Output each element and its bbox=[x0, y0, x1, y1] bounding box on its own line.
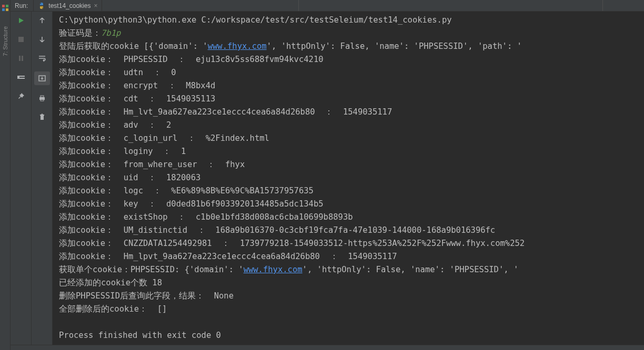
structure-label[interactable]: 7: Structure bbox=[2, 24, 8, 58]
clear-all-button[interactable] bbox=[35, 111, 49, 123]
python-file-icon bbox=[38, 2, 45, 9]
run-tab-test14[interactable]: test14_cookies × bbox=[34, 0, 102, 11]
header-spacer-1 bbox=[102, 0, 299, 11]
svg-rect-14 bbox=[41, 96, 44, 97]
svg-rect-17 bbox=[40, 115, 44, 116]
console-text: C:\python\python3\python.exe C:/workspac… bbox=[59, 14, 644, 342]
svg-rect-6 bbox=[18, 37, 24, 42]
header-spacer-3 bbox=[603, 0, 644, 11]
layout-button[interactable] bbox=[14, 71, 28, 83]
close-icon[interactable]: × bbox=[94, 2, 97, 9]
svg-rect-15 bbox=[41, 99, 44, 101]
svg-rect-11 bbox=[17, 76, 19, 79]
console-toolbar bbox=[32, 12, 53, 345]
svg-point-5 bbox=[42, 7, 43, 8]
svg-rect-2 bbox=[2, 8, 5, 11]
stop-button[interactable] bbox=[14, 34, 28, 45]
svg-rect-8 bbox=[22, 56, 23, 61]
svg-rect-1 bbox=[6, 5, 8, 7]
soft-wrap-button[interactable] bbox=[35, 53, 49, 64]
rerun-button[interactable] bbox=[14, 15, 28, 26]
structure-icon[interactable] bbox=[2, 4, 9, 12]
structure-sidebar: 7: Structure bbox=[0, 0, 11, 350]
run-panel-label: Run: bbox=[11, 0, 34, 11]
header-spacer-2 bbox=[299, 0, 603, 11]
scroll-to-end-button[interactable] bbox=[34, 71, 50, 85]
svg-rect-0 bbox=[2, 5, 5, 7]
run-toolbar-left bbox=[11, 12, 32, 345]
svg-rect-18 bbox=[41, 114, 43, 115]
pin-button[interactable] bbox=[14, 90, 28, 102]
console-output[interactable]: C:\python\python3\python.exe C:/workspac… bbox=[53, 12, 644, 345]
svg-rect-16 bbox=[41, 116, 44, 120]
console-link[interactable]: www.fhyx.com bbox=[244, 265, 303, 274]
run-panel-header: Run: test14_cookies × bbox=[11, 0, 644, 12]
console-link[interactable]: www.fhyx.com bbox=[208, 42, 267, 51]
tab-label: test14_cookies bbox=[48, 2, 90, 9]
print-button[interactable] bbox=[35, 92, 49, 104]
scroll-down-button[interactable] bbox=[35, 34, 49, 45]
svg-rect-3 bbox=[6, 8, 8, 11]
svg-point-4 bbox=[41, 3, 42, 4]
svg-rect-7 bbox=[19, 56, 21, 61]
pause-button[interactable] bbox=[14, 53, 28, 64]
scroll-up-button[interactable] bbox=[35, 15, 49, 26]
main-area: Run: test14_cookies × bbox=[11, 0, 644, 350]
bottom-bar bbox=[11, 345, 644, 350]
content-row: C:\python\python3\python.exe C:/workspac… bbox=[11, 12, 644, 345]
